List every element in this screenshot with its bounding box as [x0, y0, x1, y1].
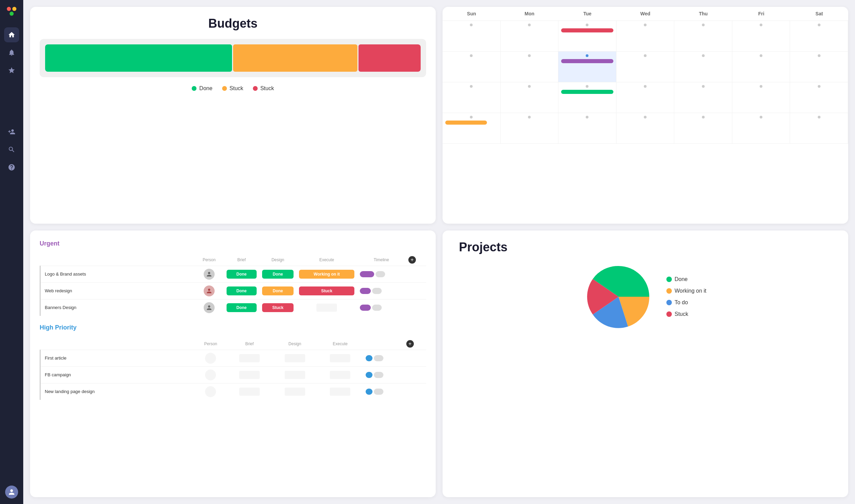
hp-timeline-2 [363, 366, 404, 383]
projects-card: Projects [443, 230, 848, 498]
calendar-row-1 [443, 21, 848, 52]
toggle-off-hp-2[interactable] [374, 372, 383, 378]
budget-segment-done [45, 44, 232, 72]
legend-stuck-orange: Stuck [222, 85, 243, 92]
pie-svg [584, 263, 653, 331]
cal-cell-r3-thu [674, 82, 732, 113]
cal-cell-r2-sat [790, 52, 848, 82]
cal-header-tue: Tue [558, 7, 616, 20]
avatar-logo [204, 269, 215, 280]
search-nav[interactable] [4, 142, 19, 157]
toggle-pill-blue-3[interactable] [366, 389, 372, 395]
col-person: Person [194, 254, 223, 266]
cal-cell-r3-tue [558, 82, 616, 113]
cal-cell-r2-tue [558, 52, 616, 82]
toggle-hp-3 [366, 389, 401, 395]
avatar-banners [204, 302, 215, 313]
add-high-priority-button[interactable]: + [406, 340, 414, 348]
timeline-web [357, 282, 406, 299]
legend-projects-done: Done [666, 276, 706, 282]
brief-banners: Done [224, 299, 259, 316]
toggle-hp-2 [366, 372, 401, 378]
cal-cell-r1-sun [443, 21, 501, 52]
cal-cell-r4-thu [674, 113, 732, 144]
cal-cell-r4-mon [501, 113, 559, 144]
cal-cell-r1-sat [790, 21, 848, 52]
home-nav[interactable] [4, 27, 19, 42]
toggle-pill-blue-2[interactable] [366, 372, 372, 378]
budgets-title: Budgets [40, 16, 426, 31]
brief-web: Done [224, 282, 259, 299]
calendar-row-2 [443, 52, 848, 82]
high-priority-header-row: High Priority [40, 324, 426, 335]
execute-banners [296, 299, 357, 316]
person-nav[interactable] [4, 124, 19, 139]
cal-cell-r3-wed [616, 82, 675, 113]
budget-legend: Done Stuck Stuck [40, 85, 426, 92]
cal-cell-r1-fri [732, 21, 790, 52]
status-done-logo-design: Done [262, 270, 294, 279]
legend-dot-projects-done [666, 277, 672, 282]
star-nav[interactable] [4, 63, 19, 78]
sidebar [0, 0, 23, 504]
brief-logo: Done [224, 266, 259, 282]
svg-point-1 [12, 7, 16, 11]
hp-col-task-name [40, 338, 195, 350]
user-avatar[interactable] [5, 486, 18, 499]
legend-label-projects-stuck: Stuck [675, 311, 688, 317]
task-name-banners: Banners Design [40, 299, 195, 316]
cal-event-green [561, 90, 613, 94]
projects-legend: Done Working on it To do Stuck [666, 276, 706, 317]
status-done-logo-brief: Done [227, 270, 257, 279]
app-logo[interactable] [5, 5, 18, 19]
cal-cell-r1-tue [558, 21, 616, 52]
budget-bar [45, 44, 421, 72]
avatar-web [204, 285, 215, 296]
toggle-off-hp-3[interactable] [374, 389, 383, 395]
legend-label-projects-working: Working on it [675, 288, 706, 294]
hp-execute-2 [317, 366, 363, 383]
cal-cell-r2-thu [674, 52, 732, 82]
add-urgent-button[interactable]: + [408, 256, 416, 264]
toggle-off-hp-1[interactable] [374, 355, 383, 361]
timeline-banners [357, 299, 406, 316]
cal-event-purple [561, 59, 613, 63]
toggle-pill-purple-banners[interactable] [360, 305, 371, 311]
cal-cell-r3-mon [501, 82, 559, 113]
high-priority-table: Person Brief Design Execute + First arti… [40, 338, 426, 400]
hp-brief-cell-3 [239, 388, 260, 396]
table-row: FB campaign [40, 366, 426, 383]
execute-logo: Working on it [296, 266, 357, 282]
bell-nav[interactable] [4, 45, 19, 60]
legend-stuck-red: Stuck [253, 85, 274, 92]
pie-chart [584, 263, 653, 331]
toggle-pill-purple-logo[interactable] [360, 271, 374, 277]
help-nav[interactable] [4, 160, 19, 175]
toggle-off-web[interactable] [372, 288, 382, 294]
hp-execute-cell-1 [330, 354, 350, 362]
col-execute: Execute [296, 254, 357, 266]
hp-col-brief: Brief [227, 338, 272, 350]
person-banners [194, 299, 223, 316]
toggle-pill-blue-1[interactable] [366, 355, 372, 361]
task-name-first-article: First article [40, 350, 195, 366]
cal-header-thu: Thu [674, 7, 732, 20]
budget-bar-container [40, 39, 426, 77]
hp-design-3 [272, 383, 317, 400]
status-stuck-banners-design: Stuck [262, 303, 294, 312]
legend-label-projects-done: Done [675, 276, 688, 282]
cal-cell-r1-thu [674, 21, 732, 52]
col-design: Design [259, 254, 296, 266]
hp-brief-1 [227, 350, 272, 366]
calendar-row-3 [443, 82, 848, 113]
main-content: Budgets Done Stuck Stuck [23, 0, 855, 504]
cal-cell-r4-sat [790, 113, 848, 144]
toggle-off-banners[interactable] [372, 305, 382, 311]
hp-person-1 [194, 350, 227, 366]
calendar-row-4 [443, 113, 848, 144]
toggle-off-logo[interactable] [376, 271, 385, 277]
cal-header-sun: Sun [443, 7, 501, 20]
toggle-pill-purple-web[interactable] [360, 288, 371, 294]
projects-content: Done Working on it To do Stuck [452, 263, 839, 331]
high-priority-title: High Priority [40, 324, 77, 331]
